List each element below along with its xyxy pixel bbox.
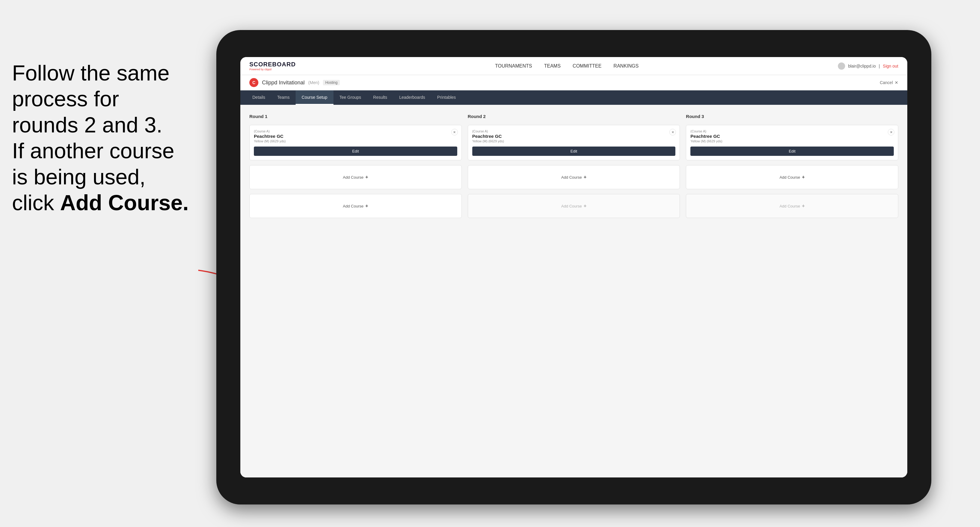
round-1-header: Round 1 xyxy=(249,114,462,119)
round-1-course-card: ✕ (Course A) Peachtree GC Yellow (M) (66… xyxy=(249,125,462,160)
tournament-info: C Clippd Invitational (Men) Hosting xyxy=(249,78,340,87)
round-3-delete-icon[interactable]: ✕ xyxy=(888,129,894,135)
round-3-course-card: ✕ (Course A) Peachtree GC Yellow (M) (66… xyxy=(686,125,898,160)
round-2-add-course-2: Add Course + xyxy=(468,194,680,218)
round-2-course-name: Peachtree GC xyxy=(472,133,676,139)
round-3-course-label: (Course A) xyxy=(690,129,894,133)
plus-icon-r3-1: + xyxy=(802,175,805,180)
round-3-add-course-1[interactable]: Add Course + xyxy=(686,165,898,189)
close-icon: ✕ xyxy=(895,80,898,85)
round-3-add-course-2: Add Course + xyxy=(686,194,898,218)
round-3-course-name: Peachtree GC xyxy=(690,133,894,139)
hosting-badge: Hosting xyxy=(323,80,340,85)
plus-icon-r2-1: + xyxy=(584,175,586,180)
plus-icon-r3-2: + xyxy=(802,203,805,209)
tabs-bar: Details Teams Course Setup Tee Groups Re… xyxy=(240,90,907,105)
round-3-header: Round 3 xyxy=(686,114,898,119)
nav-right: blair@clippd.io | Sign out xyxy=(838,62,898,70)
round-2-add-course-1[interactable]: Add Course + xyxy=(468,165,680,189)
tablet-frame: SCOREBOARD Powered by clippd TOURNAMENTS… xyxy=(216,30,931,505)
nav-separator: | xyxy=(879,63,880,68)
round-2-column: Round 2 ✕ (Course A) Peachtree GC Yellow… xyxy=(468,114,680,218)
brand: SCOREBOARD Powered by clippd xyxy=(249,61,296,71)
round-1-add-course-2[interactable]: Add Course + xyxy=(249,194,462,218)
top-nav: SCOREBOARD Powered by clippd TOURNAMENTS… xyxy=(240,57,907,75)
round-3-edit-button[interactable]: Edit xyxy=(690,146,894,156)
avatar xyxy=(838,62,845,70)
nav-rankings[interactable]: RANKINGS xyxy=(614,63,639,69)
round-1-add-course-label-2: Add Course + xyxy=(343,203,368,209)
sign-out-link[interactable]: Sign out xyxy=(883,63,898,68)
round-1-add-course-1[interactable]: Add Course + xyxy=(249,165,462,189)
round-2-add-course-label-2: Add Course + xyxy=(561,203,586,209)
round-2-edit-button[interactable]: Edit xyxy=(472,146,676,156)
round-1-column: Round 1 ✕ (Course A) Peachtree GC Yellow… xyxy=(249,114,462,218)
plus-icon-r2-2: + xyxy=(584,203,586,209)
tab-results[interactable]: Results xyxy=(367,90,393,105)
round-3-course-tee: Yellow (M) (6629 yds) xyxy=(690,139,894,143)
round-3-add-course-label-2: Add Course + xyxy=(780,203,805,209)
round-1-edit-button[interactable]: Edit xyxy=(254,146,457,156)
tab-printables[interactable]: Printables xyxy=(431,90,462,105)
cancel-button[interactable]: Cancel ✕ xyxy=(880,80,898,85)
tournament-gender: (Men) xyxy=(308,80,319,85)
nav-links: TOURNAMENTS TEAMS COMMITTEE RANKINGS xyxy=(495,63,639,69)
tablet-screen: SCOREBOARD Powered by clippd TOURNAMENTS… xyxy=(240,57,907,478)
round-2-header: Round 2 xyxy=(468,114,680,119)
plus-icon-2: + xyxy=(365,203,368,209)
nav-tournaments[interactable]: TOURNAMENTS xyxy=(495,63,532,69)
tab-details[interactable]: Details xyxy=(247,90,271,105)
round-1-add-course-label-1: Add Course + xyxy=(343,175,368,180)
tournament-name: Clippd Invitational xyxy=(262,79,305,86)
tab-leaderboards[interactable]: Leaderboards xyxy=(393,90,431,105)
tournament-logo: C xyxy=(249,78,258,87)
user-email: blair@clippd.io xyxy=(848,63,876,68)
round-3-add-course-label-1: Add Course + xyxy=(780,175,805,180)
round-3-column: Round 3 ✕ (Course A) Peachtree GC Yellow… xyxy=(686,114,898,218)
round-2-course-label: (Course A) xyxy=(472,129,676,133)
tab-tee-groups[interactable]: Tee Groups xyxy=(334,90,367,105)
round-1-course-tee: Yellow (M) (6629 yds) xyxy=(254,139,457,143)
round-2-course-card: ✕ (Course A) Peachtree GC Yellow (M) (66… xyxy=(468,125,680,160)
round-2-add-course-label-1: Add Course + xyxy=(561,175,586,180)
round-2-course-tee: Yellow (M) (6629 yds) xyxy=(472,139,676,143)
plus-icon-1: + xyxy=(365,175,368,180)
main-content: Round 1 ✕ (Course A) Peachtree GC Yellow… xyxy=(240,105,907,478)
rounds-grid: Round 1 ✕ (Course A) Peachtree GC Yellow… xyxy=(249,114,898,218)
nav-teams[interactable]: TEAMS xyxy=(544,63,561,69)
round-1-course-label: (Course A) xyxy=(254,129,457,133)
brand-logo: SCOREBOARD Powered by clippd xyxy=(249,61,296,71)
sub-header: C Clippd Invitational (Men) Hosting Canc… xyxy=(240,75,907,90)
nav-committee[interactable]: COMMITTEE xyxy=(573,63,601,69)
round-1-delete-icon[interactable]: ✕ xyxy=(451,129,458,135)
tab-teams[interactable]: Teams xyxy=(271,90,296,105)
tab-course-setup[interactable]: Course Setup xyxy=(296,90,334,105)
instruction-text: Follow the same process for rounds 2 and… xyxy=(0,48,210,228)
round-1-course-name: Peachtree GC xyxy=(254,133,457,139)
